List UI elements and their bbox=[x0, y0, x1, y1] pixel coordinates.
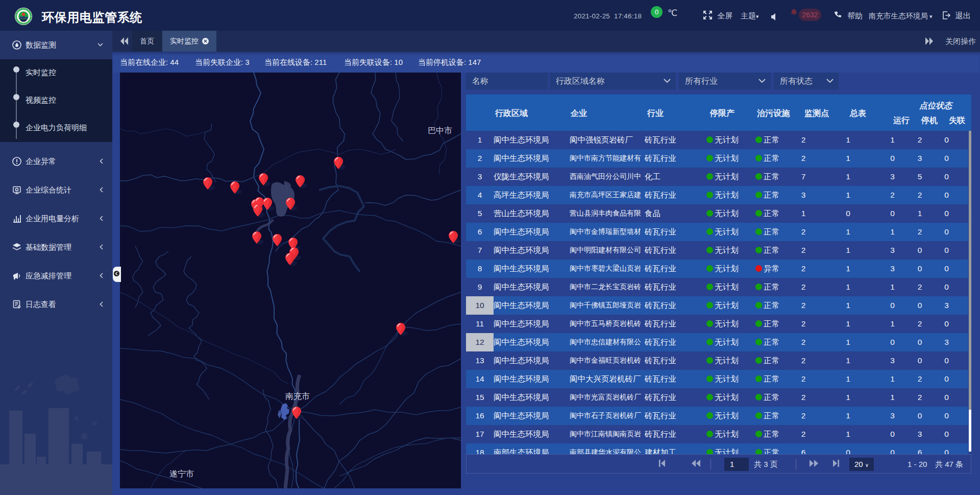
svg-text:遂宁市: 遂宁市 bbox=[169, 469, 194, 478]
svg-text:巴中市: 巴中市 bbox=[428, 126, 452, 135]
svg-text:南充市: 南充市 bbox=[285, 392, 310, 400]
